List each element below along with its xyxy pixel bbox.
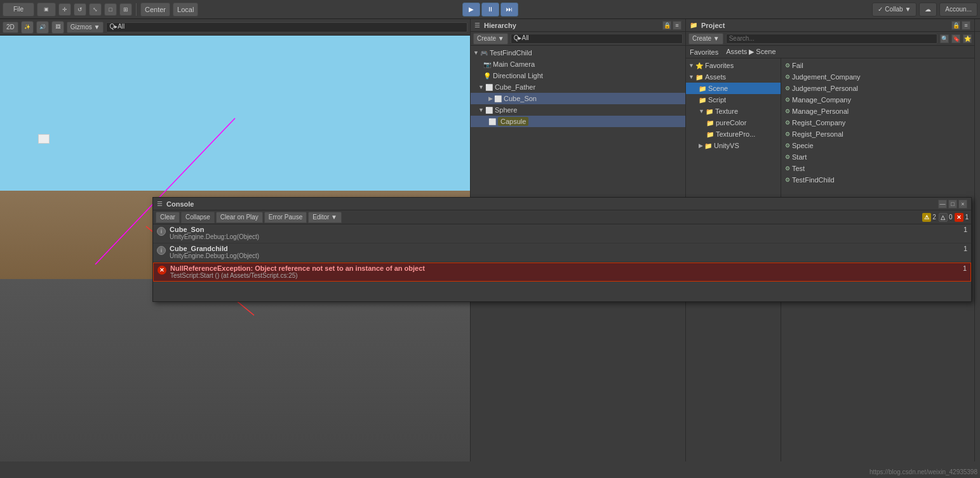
asset-manage-personal[interactable]: ⚙ Manage_Personal	[781, 106, 974, 117]
label-assets: Assets	[705, 73, 726, 81]
folder-favorites[interactable]: ▼ ⭐ Favorites	[686, 60, 781, 71]
log-text-1: Cube_Son UnityEngine.Debug:Log(Object)	[170, 226, 957, 240]
account-btn[interactable]: Accoun...	[939, 3, 977, 17]
folder-assets[interactable]: ▼ 📁 Assets	[686, 71, 781, 83]
console-window-controls: — □ ×	[938, 200, 967, 208]
log-subtitle-3: TestScript:Start () (at Assets/TestScrip…	[170, 272, 957, 279]
console-content: i Cube_Son UnityEngine.Debug:Log(Object)…	[153, 224, 971, 301]
collab-btn[interactable]: ✓ Collab ▼	[872, 3, 916, 17]
hierarchy-create-btn[interactable]: Create ▼	[473, 33, 508, 44]
info-count: 0	[949, 214, 953, 221]
log-item-cubeson[interactable]: i Cube_Son UnityEngine.Debug:Log(Object)…	[153, 224, 971, 243]
asset-regist-company[interactable]: ⚙ Regist_Company	[781, 117, 974, 128]
transform-tool[interactable]: ⊞	[119, 3, 132, 16]
clear-btn[interactable]: Clear	[156, 212, 180, 223]
hierarchy-menu-btn[interactable]: ≡	[673, 21, 681, 30]
project-lock-btn[interactable]: 🔒	[951, 21, 960, 30]
scene-search[interactable]: Q▸All	[106, 22, 467, 32]
editor-tab-btn[interactable]: Editor ▼	[308, 212, 342, 223]
folder-texturepro[interactable]: 📁 TexturePro...	[686, 128, 781, 140]
project-search-icon[interactable]: 🔍	[940, 34, 949, 43]
favorites-tab[interactable]: Favorites	[690, 48, 718, 56]
fx-btn[interactable]: ✨	[21, 21, 34, 34]
console-maximize-btn[interactable]: □	[948, 200, 957, 208]
asset-judgement-personal[interactable]: ⚙ Judgement_Personal	[781, 83, 974, 94]
scale-tool[interactable]: ⤡	[89, 3, 102, 16]
rect-tool[interactable]: □	[104, 3, 117, 16]
hierarchy-lock-btn[interactable]: 🔒	[662, 21, 671, 30]
assets-scene-tab[interactable]: Assets ▶ Scene	[726, 48, 775, 56]
play-btn[interactable]: ▶	[462, 3, 480, 17]
audio-btn[interactable]: 🔊	[36, 21, 49, 34]
hierarchy-toolbar: Create ▼ Q▸All	[471, 32, 685, 46]
log-count-2: 1	[961, 245, 967, 252]
label-scene: Scene	[708, 85, 728, 92]
label-purecolor: pureColor	[716, 119, 746, 126]
hierarchy-item-capsule[interactable]: ⬜ Capsule	[471, 116, 685, 127]
info-badge: △ 0	[939, 213, 953, 222]
console-close-btn[interactable]: ×	[958, 200, 967, 208]
project-menu-btn[interactable]: ≡	[962, 21, 970, 30]
script-icon-jp: ⚙	[785, 85, 790, 92]
hierarchy-item-maincamera[interactable]: 📷 Main Camera	[471, 58, 685, 70]
scene-toolbar: 2D ✨ 🔊 🖼 Gizmos ▼ Q▸All	[0, 19, 470, 36]
image-btn[interactable]: 🖼	[51, 21, 64, 34]
clear-on-play-btn[interactable]: Clear on Play	[216, 212, 263, 223]
asset-specie[interactable]: ⚙ Specie	[781, 140, 974, 151]
project-bookmark-icon[interactable]: 🔖	[951, 34, 960, 43]
toolbar-right: ✓ Collab ▼ ☁ Accoun...	[872, 3, 977, 17]
log-info-icon-1: i	[157, 227, 166, 236]
log-info-icon-2: i	[157, 246, 166, 255]
log-subtitle-1: UnityEngine.Debug:Log(Object)	[170, 233, 957, 240]
project-star-icon[interactable]: ⭐	[963, 34, 972, 43]
rotate-tool[interactable]: ↺	[74, 3, 86, 16]
hierarchy-item-cubeson[interactable]: ▶ ⬜ Cube_Son	[471, 93, 685, 104]
hierarchy-item-cubefather[interactable]: ▼ ⬜ Cube_Father	[471, 81, 685, 93]
url-watermark: https://blog.csdn.net/weixin_42935398	[869, 468, 977, 475]
folder-unityvs[interactable]: ▶ 📁 UnityVS	[686, 140, 781, 151]
hierarchy-item-sphere[interactable]: ▼ ⬜ Sphere	[471, 104, 685, 116]
folder-purecolor[interactable]: 📁 pureColor	[686, 117, 781, 128]
asset-manage-company[interactable]: ⚙ Manage_Company	[781, 94, 974, 106]
pause-btn[interactable]: ⏸	[481, 3, 499, 17]
step-btn[interactable]: ⏭	[500, 3, 518, 17]
local-btn[interactable]: Local	[173, 3, 198, 17]
folder-script[interactable]: 📁 Script	[686, 94, 781, 106]
error-pause-btn[interactable]: Error Pause	[264, 212, 307, 223]
label-texture: Texture	[715, 107, 738, 115]
asset-regist-personal[interactable]: ⚙ Regist_Personal	[781, 128, 974, 140]
project-search-input[interactable]	[726, 34, 937, 44]
script-icon-fail: ⚙	[785, 62, 790, 69]
console-icon: ☰	[157, 200, 163, 207]
script-icon-jc: ⚙	[785, 74, 790, 80]
collapse-btn[interactable]: Collapse	[181, 212, 215, 223]
cloud-btn[interactable]: ☁	[919, 3, 937, 17]
move-tool[interactable]: ✛	[58, 3, 71, 16]
gizmos-btn[interactable]: Gizmos ▼	[67, 22, 104, 33]
checkmark-icon: ✓	[878, 6, 883, 13]
label-unityvs: UnityVS	[714, 142, 739, 149]
2d-btn[interactable]: 2D	[3, 22, 18, 33]
folder-scene[interactable]: 📁 Scene	[686, 83, 781, 94]
label-jc: Judgement_Company	[792, 73, 861, 81]
label-cubeson: Cube_Son	[504, 95, 537, 102]
hierarchy-item-testfindchild[interactable]: ▼ 🎮 TestFindChild	[471, 47, 685, 58]
log-item-nullref[interactable]: ✕ NullReferenceException: Object referen…	[153, 263, 971, 282]
asset-testfindchild[interactable]: ⚙ TestFindChild	[781, 174, 974, 186]
asset-test[interactable]: ⚙ Test	[781, 163, 974, 174]
label-dirlight: Directional Light	[493, 72, 543, 79]
log-item-cubegrandchild[interactable]: i Cube_Grandchild UnityEngine.Debug:Log(…	[153, 243, 971, 263]
project-title: Project	[701, 22, 725, 29]
hierarchy-search[interactable]: Q▸All	[511, 34, 683, 44]
asset-judgement-company[interactable]: ⚙ Judgement_Company	[781, 71, 974, 83]
asset-start[interactable]: ⚙ Start	[781, 151, 974, 163]
hierarchy-item-dirlight[interactable]: 💡 Directional Light	[471, 70, 685, 81]
icon-cubeson: ⬜	[494, 95, 502, 102]
log-title-2: Cube_Grandchild	[170, 245, 957, 252]
asset-fail[interactable]: ⚙ Fail	[781, 60, 974, 71]
file-menu-btn[interactable]: File	[3, 3, 34, 17]
folder-texture[interactable]: ▼ 📁 Texture	[686, 106, 781, 117]
project-create-btn[interactable]: Create ▼	[688, 33, 723, 44]
console-minimize-btn[interactable]: —	[938, 200, 947, 208]
center-btn[interactable]: Center	[140, 3, 170, 17]
